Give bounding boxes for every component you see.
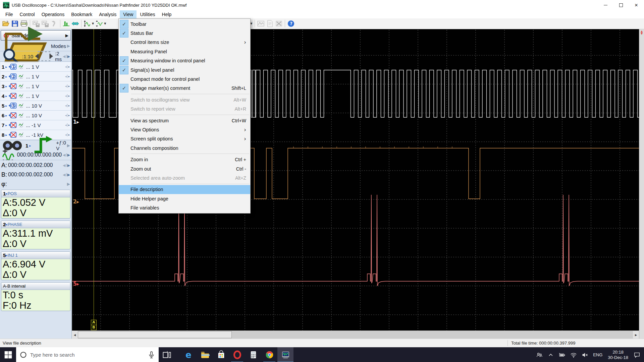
channel-enabled-icon[interactable]: 2 <box>8 73 17 80</box>
menu-item-zoom-out[interactable]: Zoom outCtrl - <box>119 164 250 173</box>
menu-analysis[interactable]: Analysis <box>96 10 120 18</box>
taskbar-app-file-explorer[interactable] <box>197 347 213 362</box>
oscillogram-view-icon <box>257 20 265 27</box>
action-center-button[interactable] <box>631 347 643 362</box>
menu-item-view-as-spectrum[interactable]: View as spectrumCtrl+W <box>119 116 250 125</box>
cortana-icon <box>19 351 27 359</box>
channels-math-dropdown[interactable]: ▼ <box>250 22 252 25</box>
menu-item-channels-composition[interactable]: Channels composition <box>119 143 250 153</box>
channel-marker-2[interactable]: 2▸ <box>73 199 79 205</box>
menu-item-voltage-marker-s-comment[interactable]: ✓Voltage marker(s) commentShift+L <box>119 84 250 93</box>
marker-b-row[interactable]: B:000:00:00.002.000◀▶ <box>0 170 71 179</box>
channel-adjust-arrows[interactable]: ◂▸ <box>65 94 70 98</box>
signal-scale-dropdown[interactable]: ▼ <box>104 22 106 25</box>
channel-row-2[interactable]: 2▸2... 1 V◂▸ <box>0 72 71 81</box>
scale-arrows[interactable]: ◀▶ <box>63 54 70 59</box>
cursor-marker-b[interactable]: B <box>91 325 97 330</box>
taskbar-app-usb-oscilloscope[interactable] <box>277 347 293 362</box>
menu-item-file-variables[interactable]: File variables <box>119 203 250 212</box>
menu-item-file-description[interactable]: File description <box>119 185 250 194</box>
people-tray[interactable] <box>534 347 545 362</box>
channel-adjust-arrows[interactable]: ◂▸ <box>65 123 70 127</box>
menu-item-compact-mode-for-control-panel[interactable]: Compact mode for control panel <box>119 74 250 83</box>
horizontal-scrollbar[interactable]: ◂ ▸ <box>72 330 639 339</box>
channel-adjust-arrows[interactable]: ◂▸ <box>65 114 70 117</box>
channel-disabled-icon[interactable] <box>8 93 17 99</box>
marker-b-row-arrows[interactable]: ◀▶ <box>63 173 70 177</box>
menu-item-measuring-window-in-control-panel[interactable]: ✓Measuring window in control panel <box>119 56 250 65</box>
channel-enabled-icon[interactable]: 5 <box>8 102 17 109</box>
time-offset-row[interactable]: 000:00:00.000.000◀▶ <box>0 150 71 160</box>
menu-item-measuring-panel[interactable]: Measuring Panel <box>119 47 250 56</box>
phase-row[interactable]: φ:▶ <box>0 179 71 189</box>
channel-row-6[interactable]: 6▸... 10 V◂▸ <box>0 111 71 120</box>
channel-adjust-arrows[interactable]: ◂▸ <box>65 133 70 136</box>
time-arrows[interactable]: ◀▶ <box>63 153 70 157</box>
menu-item-toolbar[interactable]: ✓Toolbar <box>119 19 250 28</box>
vertical-scale-button[interactable] <box>83 19 92 28</box>
channel-marker-3[interactable]: 5▸ <box>73 281 79 287</box>
menu-bookmark[interactable]: Bookmark <box>68 10 96 18</box>
channel-adjust-arrows[interactable]: ◂▸ <box>65 84 70 88</box>
taskbar-app-edge[interactable]: e <box>181 347 197 362</box>
clock[interactable]: 20:1830-Dec-18 <box>605 350 631 360</box>
task-view-button[interactable] <box>159 347 175 362</box>
menu-item-zoom-in[interactable]: Zoom inCtrl + <box>119 155 250 164</box>
impulse-view-button[interactable] <box>62 19 71 28</box>
maximize-button[interactable] <box>613 0 629 10</box>
menu-item-signal-s-level-panel[interactable]: ✓Signal(s) level panel <box>119 65 250 74</box>
search-input[interactable]: Type here to search <box>16 347 159 362</box>
channel-adjust-arrows[interactable]: ◂▸ <box>65 75 70 78</box>
scale-row[interactable]: :1:10:2 ms◀▶ <box>0 52 71 61</box>
menu-item-view-options[interactable]: View Options› <box>119 125 250 134</box>
help-button[interactable]: ? <box>286 19 296 28</box>
channel-adjust-arrows[interactable]: ◂▸ <box>65 104 70 107</box>
vertical-scale-dropdown[interactable]: ▼ <box>92 22 94 25</box>
menu-help[interactable]: Help <box>159 10 175 18</box>
taskbar-app-calculator[interactable] <box>245 347 261 362</box>
scroll-left-button[interactable]: ◂ <box>72 331 78 339</box>
channel-adjust-arrows[interactable]: ◂▸ <box>65 65 70 68</box>
channel-disabled-icon[interactable] <box>8 122 17 128</box>
time-cursor[interactable] <box>94 29 94 320</box>
channel-row-5[interactable]: 5▸5... 10 V◂▸ <box>0 101 71 111</box>
channel-marker-1[interactable]: 1▸ <box>73 119 79 125</box>
menu-item-status-bar[interactable]: ✓Status Bar <box>119 28 250 38</box>
menu-item-screen-split-options[interactable]: Screen split options› <box>119 134 250 143</box>
network-tray[interactable] <box>568 347 579 362</box>
channel-scale: ... 1 V <box>26 74 39 79</box>
taskbar-app-chrome[interactable] <box>261 347 277 362</box>
fit-horizontal-button[interactable] <box>71 19 80 28</box>
microphone-icon[interactable] <box>148 351 155 359</box>
menu-control[interactable]: Control <box>16 10 38 18</box>
language-indicator[interactable]: ENG <box>591 347 605 362</box>
battery-tray[interactable] <box>556 347 568 362</box>
channel-row-1[interactable]: 1▸1... 1 V◂▸ <box>0 62 71 72</box>
channel-row-4[interactable]: 4▸... 1 V◂▸ <box>0 91 71 101</box>
scroll-right-button[interactable]: ▸ <box>633 331 639 339</box>
marker-a-row[interactable]: A:000:00:00.002.000◀▶ <box>0 161 71 170</box>
menu-utilities[interactable]: Utilities <box>137 10 158 18</box>
channel-row-7[interactable]: 7▸... -1 V◂▸ <box>0 120 71 130</box>
vertical-scrollbar[interactable]: ▲▼ <box>639 29 644 339</box>
channel-disabled-icon[interactable] <box>8 112 17 119</box>
minimize-button[interactable] <box>598 0 613 10</box>
menu-item-hide-helper-page[interactable]: Hide Helper page <box>119 194 250 203</box>
start-button[interactable] <box>0 347 16 362</box>
menu-item-control-items-size[interactable]: Control items size› <box>119 38 250 47</box>
channel-disabled-icon[interactable] <box>8 83 17 89</box>
scrollbar-thumb[interactable] <box>78 331 232 338</box>
signal-scale-button[interactable] <box>95 19 104 28</box>
menu-operations[interactable]: Operations <box>38 10 68 18</box>
channel-row-3[interactable]: 3▸... 1 V◂▸ <box>0 81 71 91</box>
menu-file[interactable]: File <box>2 10 16 18</box>
taskbar-app-opera[interactable] <box>229 347 245 362</box>
taskbar-app-microsoft-store[interactable] <box>213 347 229 362</box>
marker-a-row-arrows[interactable]: ◀▶ <box>63 163 70 168</box>
volume-muted-tray[interactable] <box>579 347 591 362</box>
close-button[interactable]: ✕ <box>629 0 644 10</box>
cursor-marker-a[interactable]: A <box>91 320 97 325</box>
channel-enabled-icon[interactable]: 1 <box>8 63 17 70</box>
menu-view[interactable]: View <box>120 10 137 18</box>
show-hiddens-tray[interactable] <box>545 347 556 362</box>
